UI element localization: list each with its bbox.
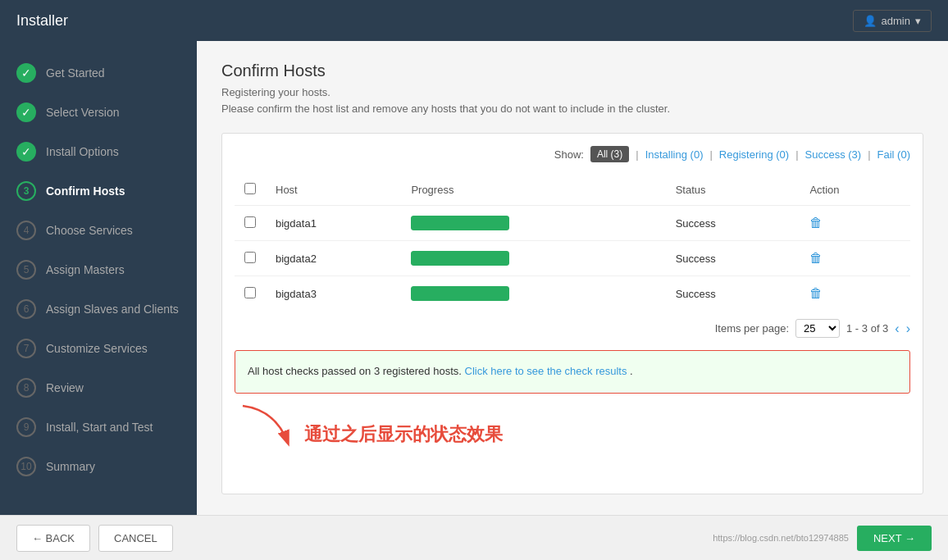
step-circle-summary: 10 bbox=[16, 457, 36, 476]
action-cell-1: 🗑 bbox=[800, 241, 910, 276]
action-column-header: Action bbox=[800, 175, 910, 206]
header: Installer 👤 admin ▾ bbox=[0, 0, 948, 41]
step-circle-assign-slaves: 6 bbox=[16, 299, 36, 319]
sep4: | bbox=[868, 148, 870, 161]
items-per-page-label: Items per page: bbox=[715, 322, 789, 335]
footer-right: https://blog.csdn.net/bto12974885 NEXT → bbox=[713, 526, 932, 551]
progress-bar-container-0 bbox=[411, 216, 509, 230]
progress-bar-container-2 bbox=[411, 286, 509, 301]
sidebar-item-install-options[interactable]: ✓ Install Options bbox=[0, 132, 197, 171]
sep2: | bbox=[709, 148, 712, 161]
sidebar-item-assign-masters[interactable]: 5 Assign Masters bbox=[0, 250, 197, 289]
show-label: Show: bbox=[554, 148, 584, 161]
step-circle-review: 8 bbox=[16, 378, 36, 398]
status-cell-1: Success bbox=[666, 241, 800, 276]
dropdown-icon: ▾ bbox=[915, 15, 921, 27]
progress-cell-2 bbox=[401, 276, 665, 312]
success-message: All host checks passed on 3 registered h… bbox=[235, 350, 910, 394]
filter-all-button[interactable]: All (3) bbox=[590, 146, 629, 162]
filter-installing-link[interactable]: Installing (0) bbox=[645, 148, 704, 161]
step-circle-choose-services: 4 bbox=[16, 221, 36, 240]
sidebar-label-install-options: Install Options bbox=[46, 145, 119, 158]
admin-label: admin bbox=[882, 15, 910, 27]
step-circle-assign-masters: 5 bbox=[16, 260, 36, 280]
footer-left: ← BACK CANCEL bbox=[16, 525, 173, 552]
sidebar-label-get-started: Get Started bbox=[46, 66, 105, 80]
next-page-button[interactable]: › bbox=[906, 321, 910, 336]
row-checkbox-cell bbox=[235, 206, 266, 241]
delete-button-1[interactable]: 🗑 bbox=[809, 251, 823, 265]
check-results-link[interactable]: Click here to see the check results bbox=[465, 365, 627, 377]
progress-bar-fill-1 bbox=[411, 251, 509, 266]
table-row: bigdata3 Success 🗑 bbox=[235, 276, 910, 312]
hosts-table: Host Progress Status Action bigdata1 Suc… bbox=[235, 175, 910, 311]
annotation-arrow-svg bbox=[235, 402, 300, 451]
next-button[interactable]: NEXT → bbox=[857, 526, 932, 551]
row-checkbox-cell bbox=[235, 241, 266, 276]
host-cell-0: bigdata1 bbox=[266, 206, 401, 241]
sep3: | bbox=[795, 148, 798, 161]
sidebar-label-customize-services: Customize Services bbox=[46, 342, 148, 355]
select-all-header bbox=[235, 175, 266, 206]
admin-button[interactable]: 👤 admin ▾ bbox=[853, 10, 932, 32]
back-button[interactable]: ← BACK bbox=[16, 525, 90, 552]
table-row: bigdata1 Success 🗑 bbox=[235, 206, 910, 241]
per-page-select[interactable]: 25 50 100 bbox=[795, 319, 840, 338]
delete-button-2[interactable]: 🗑 bbox=[809, 286, 823, 300]
row-checkbox-0[interactable] bbox=[244, 216, 256, 228]
step-circle-get-started: ✓ bbox=[16, 63, 36, 83]
step-circle-install-start: 9 bbox=[16, 417, 36, 437]
status-cell-2: Success bbox=[666, 276, 800, 312]
subtitle-line2: Please confirm the host list and remove … bbox=[221, 102, 670, 115]
sidebar-item-select-version[interactable]: ✓ Select Version bbox=[0, 93, 197, 132]
success-text-after: . bbox=[630, 365, 633, 377]
sidebar-item-install-start[interactable]: 9 Install, Start and Test bbox=[0, 407, 197, 447]
progress-cell-1 bbox=[401, 241, 665, 276]
step-circle-confirm-hosts: 3 bbox=[16, 181, 36, 201]
sidebar-label-choose-services: Choose Services bbox=[46, 224, 133, 237]
filter-success-link[interactable]: Success (3) bbox=[805, 148, 862, 161]
host-cell-1: bigdata2 bbox=[266, 241, 401, 276]
row-checkbox-2[interactable] bbox=[244, 287, 256, 298]
app-title: Installer bbox=[16, 12, 68, 30]
status-column-header: Status bbox=[666, 175, 800, 206]
row-checkbox-1[interactable] bbox=[244, 252, 256, 263]
filter-bar: Show: All (3) | Installing (0) | Registe… bbox=[235, 146, 910, 162]
step-circle-install-options: ✓ bbox=[16, 142, 36, 162]
sidebar-item-summary[interactable]: 10 Summary bbox=[0, 447, 197, 486]
footer: ← BACK CANCEL https://blog.csdn.net/bto1… bbox=[0, 515, 948, 560]
sidebar-item-confirm-hosts[interactable]: 3 Confirm Hosts bbox=[0, 171, 197, 211]
sidebar-item-choose-services[interactable]: 4 Choose Services bbox=[0, 211, 197, 250]
delete-button-0[interactable]: 🗑 bbox=[809, 216, 823, 230]
sidebar-label-assign-slaves: Assign Slaves and Clients bbox=[46, 303, 179, 316]
pagination: Items per page: 25 50 100 1 - 3 of 3 ‹ › bbox=[235, 311, 910, 338]
success-text-before: All host checks passed on 3 registered h… bbox=[248, 365, 462, 377]
sidebar-item-customize-services[interactable]: 7 Customize Services bbox=[0, 329, 197, 368]
page-range: 1 - 3 of 3 bbox=[846, 322, 888, 335]
sidebar-label-confirm-hosts: Confirm Hosts bbox=[46, 184, 125, 198]
select-all-checkbox[interactable] bbox=[244, 183, 256, 194]
step-circle-select-version: ✓ bbox=[16, 102, 36, 122]
prev-page-button[interactable]: ‹ bbox=[895, 321, 899, 336]
sidebar-label-install-start: Install, Start and Test bbox=[46, 421, 153, 434]
page-title: Confirm Hosts bbox=[221, 61, 923, 80]
sidebar-item-get-started[interactable]: ✓ Get Started bbox=[0, 53, 197, 93]
sidebar-item-assign-slaves[interactable]: 6 Assign Slaves and Clients bbox=[0, 289, 197, 329]
sidebar-item-review[interactable]: 8 Review bbox=[0, 368, 197, 407]
progress-cell-0 bbox=[401, 206, 665, 241]
sidebar-label-summary: Summary bbox=[46, 460, 95, 473]
filter-registering-link[interactable]: Registering (0) bbox=[719, 148, 789, 161]
action-cell-0: 🗑 bbox=[800, 206, 910, 241]
url-text: https://blog.csdn.net/bto12974885 bbox=[713, 533, 849, 543]
filter-fail-link[interactable]: Fail (0) bbox=[877, 148, 910, 161]
content-area: Confirm Hosts Registering your hosts. Pl… bbox=[197, 41, 948, 515]
cancel-button[interactable]: CANCEL bbox=[98, 525, 173, 552]
annotation: 通过之后显示的状态效果 bbox=[235, 402, 910, 451]
sidebar: ✓ Get Started ✓ Select Version ✓ Install… bbox=[0, 41, 197, 515]
subtitle-line1: Registering your hosts. bbox=[221, 86, 330, 98]
progress-column-header: Progress bbox=[401, 175, 665, 206]
sep1: | bbox=[636, 148, 638, 161]
row-checkbox-cell bbox=[235, 276, 266, 312]
status-cell-0: Success bbox=[666, 206, 800, 241]
action-cell-2: 🗑 bbox=[800, 276, 910, 312]
